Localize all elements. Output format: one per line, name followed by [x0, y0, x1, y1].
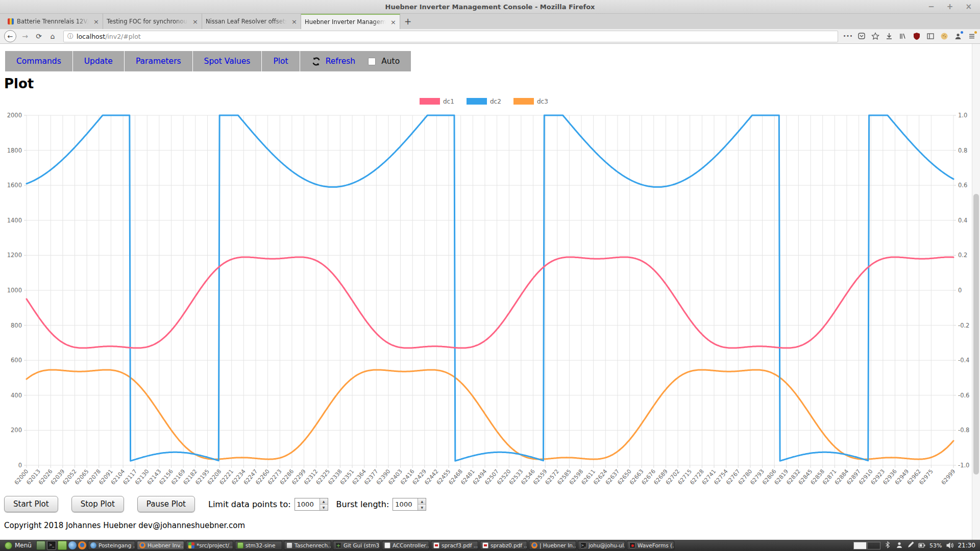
menu-link-spot-values[interactable]: Spot Values [204, 57, 251, 66]
screen: Huebner Inverter Management Console - Mo… [0, 0, 980, 551]
taskbar-window-3[interactable]: *src/project/... [186, 541, 233, 550]
legend-swatch-dc3[interactable] [513, 98, 534, 105]
home-button[interactable]: ⌂ [47, 33, 58, 40]
stop-plot-button[interactable]: Stop Plot [71, 496, 124, 512]
burst-input[interactable] [393, 498, 418, 510]
limit-spinner[interactable]: ▲▼ [320, 498, 328, 510]
url-bar[interactable]: ⓘ localhost/inv2/#plot [63, 31, 838, 42]
window-controls: − + × [928, 0, 972, 13]
thunderbird-icon[interactable] [68, 541, 77, 549]
page-scrollbar[interactable] [972, 44, 980, 540]
limit-input[interactable] [295, 498, 320, 510]
pen-icon[interactable] [907, 541, 914, 549]
taskbar-window-4[interactable]: stm32-sine [235, 541, 282, 550]
menu-link-refresh[interactable]: Refresh [326, 57, 356, 66]
pause-plot-button[interactable]: Pause Plot [137, 496, 195, 512]
account-icon[interactable] [954, 32, 962, 40]
workspace-1[interactable] [853, 542, 867, 549]
editor-icon [188, 542, 194, 548]
tab-close-icon[interactable]: × [192, 18, 198, 26]
start-menu-button[interactable]: Menü [2, 540, 35, 551]
browser-tab-2[interactable]: Testing FOC for synchronous mot× [103, 14, 202, 29]
taskbar-window-9[interactable]: sprabz0.pdf ... [480, 541, 527, 550]
taskbar-window-5[interactable]: Taschenrech... [284, 541, 331, 550]
taskbar-window-10[interactable]: | Huebner In... [529, 541, 576, 550]
tab-close-icon[interactable]: × [93, 18, 99, 26]
workspace-2[interactable] [867, 542, 880, 549]
page-title: Plot [4, 76, 980, 91]
library-icon[interactable] [899, 32, 907, 40]
taskbar-window-7[interactable]: ACController... [382, 541, 429, 550]
legend-swatch-dc2[interactable] [467, 98, 487, 105]
download-icon[interactable] [885, 32, 893, 40]
browser-tab-3[interactable]: Nissan Leaf Resolver offsets - ope× [202, 14, 301, 29]
spin-up-icon[interactable]: ▲ [418, 498, 426, 505]
taskbar-window-8[interactable]: spracf3.pdf ... [431, 541, 478, 550]
start-plot-button[interactable]: Start Plot [4, 496, 58, 512]
menu-cell-commands: Commands [5, 51, 72, 71]
legend-label-dc2[interactable]: dc2 [490, 98, 501, 105]
taskbar-window-label: sprabz0.pdf ... [491, 542, 527, 548]
menu-cell-parameters: Parameters [125, 51, 192, 71]
file-manager-icon[interactable] [58, 541, 67, 550]
minimize-button[interactable]: − [928, 3, 935, 11]
user-icon[interactable] [896, 541, 903, 549]
maximize-button[interactable]: + [947, 3, 953, 11]
legend-swatch-dc1[interactable] [420, 98, 440, 105]
terminal-icon[interactable]: >_ [47, 541, 56, 550]
scrollbar-thumb[interactable] [973, 194, 979, 474]
tab-title: Huebner Inverter Management C [305, 18, 387, 26]
svg-text:0: 0 [958, 287, 962, 294]
bluetooth-icon[interactable] [885, 541, 892, 549]
reload-button[interactable]: ⟳ [34, 33, 44, 40]
taskbar-window-2[interactable]: Huebner Inv... [137, 541, 184, 550]
sidebar-icon[interactable] [926, 32, 935, 40]
burst-spinner[interactable]: ▲▼ [418, 498, 426, 510]
tab-close-icon[interactable]: × [291, 18, 297, 26]
spin-up-icon[interactable]: ▲ [320, 498, 328, 505]
svg-text:1200: 1200 [7, 252, 22, 259]
browser-tab-4[interactable]: Huebner Inverter Management C× [301, 14, 400, 29]
site-info-icon[interactable]: ⓘ [67, 32, 74, 41]
bookmark-star-icon[interactable] [871, 32, 879, 40]
new-tab-button[interactable]: + [400, 14, 415, 29]
window-titlebar: Huebner Inverter Management Console - Mo… [0, 0, 980, 14]
legend-label-dc1[interactable]: dc1 [443, 98, 454, 105]
close-button[interactable]: × [965, 3, 972, 11]
taskbar-window-12[interactable]: WaveForms (... [627, 541, 674, 550]
calculator-icon [286, 542, 292, 548]
forward-button[interactable]: → [20, 33, 30, 40]
taskbar-window-label: WaveForms (... [638, 542, 674, 548]
taskbar-window-1[interactable]: Posteingang ... [88, 541, 135, 550]
hamburger-menu-icon[interactable] [968, 32, 976, 40]
taskbar-window-11[interactable]: >_johu@johu-ul... [578, 541, 625, 550]
tab-bar: Batterie Trennrelais 12V/200A×Testing FO… [0, 14, 980, 29]
pocket-icon[interactable] [857, 32, 866, 40]
auto-checkbox[interactable] [368, 58, 376, 65]
tab-close-icon[interactable]: × [390, 18, 396, 26]
page-actions-dots-icon[interactable]: ••• [844, 32, 852, 40]
taskbar-window-label: Huebner Inv... [148, 542, 184, 548]
pdf-icon [482, 542, 488, 548]
firefox-icon[interactable] [78, 541, 86, 549]
menu-link-commands[interactable]: Commands [16, 57, 61, 66]
workspace-switcher[interactable] [853, 542, 880, 549]
taskbar-window-6[interactable]: +Git Gui (stm3... [333, 541, 380, 550]
menu-link-plot[interactable]: Plot [273, 57, 288, 66]
svg-text:-0.2: -0.2 [958, 322, 969, 329]
ublock-shield-icon[interactable] [913, 32, 921, 40]
speaker-icon[interactable] [946, 541, 953, 549]
toolbar-icons: ••• [844, 32, 976, 40]
cookie-extension-icon[interactable] [940, 32, 948, 40]
series-dc2 [27, 115, 953, 461]
battery-icon[interactable] [918, 541, 925, 549]
browser-tab-1[interactable]: Batterie Trennrelais 12V/200A× [4, 14, 103, 29]
menu-link-parameters[interactable]: Parameters [136, 57, 181, 66]
legend-label-dc3[interactable]: dc3 [537, 98, 548, 105]
menu-link-update[interactable]: Update [84, 57, 113, 66]
spin-down-icon[interactable]: ▼ [320, 505, 328, 510]
show-desktop-icon[interactable] [36, 541, 45, 550]
svg-text:0: 0 [18, 462, 22, 469]
spin-down-icon[interactable]: ▼ [418, 505, 426, 510]
back-button[interactable]: ← [4, 30, 16, 42]
